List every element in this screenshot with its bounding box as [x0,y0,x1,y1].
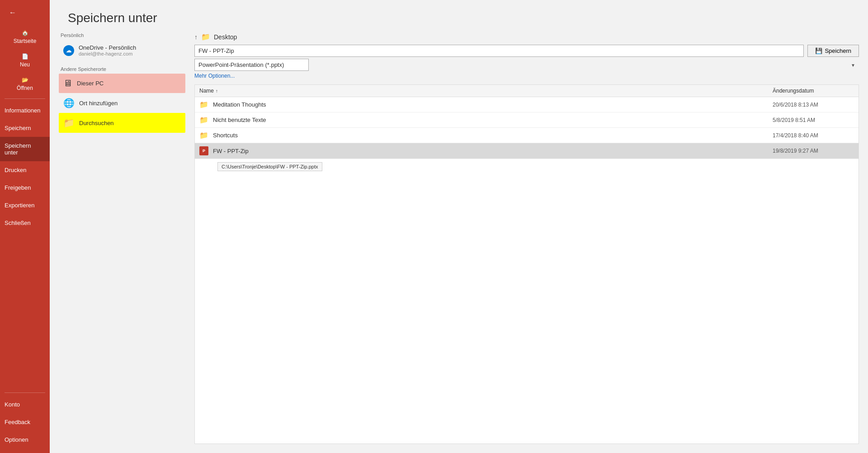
sidebar-item-speichern-unter[interactable]: Speichern unter [0,137,50,161]
breadcrumb: ↑ 📁 Desktop [194,33,859,41]
left-panel: Persönlich ☁ OneDrive - Persönlich danie… [59,33,185,444]
sidebar: ← 🏠 Startseite 📄 Neu 📂 Öffnen Informatio… [0,0,50,453]
sidebar-bottom: Konto Feedback Optionen [0,396,50,453]
folder-yellow-icon: 📁 [63,117,75,128]
sidebar-item-konto[interactable]: Konto [0,396,50,413]
back-button[interactable]: ← [4,4,22,22]
filename-input[interactable] [194,45,804,57]
table-row[interactable]: 📁 Meditation Thoughts 20/6/2018 8:13 AM [195,97,859,112]
open-icon: 📂 [22,77,28,83]
sidebar-item-startseite[interactable]: 🏠 Startseite [0,25,50,49]
personal-section-label: Persönlich [59,33,185,38]
col-date-header: Änderungsdatum [773,88,854,94]
sidebar-item-speichern[interactable]: Speichern [0,119,50,137]
folder-icon: 📁 [199,116,208,124]
breadcrumb-up-arrow[interactable]: ↑ [194,33,198,41]
location-onedrive[interactable]: ☁ OneDrive - Persönlich daniel@the-hagen… [59,40,185,61]
ort-hinzufuegen-label: Ort hinzufügen [79,100,118,107]
main-area: Speichern unter Persönlich ☁ OneDrive - … [50,0,868,453]
sidebar-item-optionen[interactable]: Optionen [0,431,50,448]
sidebar-nav: 🏠 Startseite 📄 Neu 📂 Öffnen Informatione… [0,25,50,390]
filetype-select[interactable]: PowerPoint-Präsentation (*.pptx)PowerPoi… [194,59,309,71]
new-icon: 📄 [22,53,28,60]
other-section-label: Andere Speicherorte [59,66,185,72]
save-disk-icon: 💾 [815,47,822,54]
sidebar-item-exportieren[interactable]: Exportieren [0,196,50,214]
file-date: 20/6/2018 8:13 AM [773,102,854,108]
table-row[interactable]: 📁 Shortcuts 17/4/2018 8:40 AM [195,128,859,143]
location-durchsuchen[interactable]: 📁 Durchsuchen [59,113,185,133]
content-area: Persönlich ☁ OneDrive - Persönlich danie… [50,33,868,453]
sidebar-item-drucken[interactable]: Drucken [0,161,50,179]
col-name-header[interactable]: Name ↑ [199,88,773,94]
file-date: 17/4/2018 8:40 AM [773,132,854,139]
right-panel: ↑ 📁 Desktop 💾 Speichern PowerPoint-Präse… [194,33,859,444]
file-date: 5/8/2019 8:51 AM [773,117,854,123]
table-header: Name ↑ Änderungsdatum [195,85,859,97]
table-row[interactable]: 📁 Nicht benutzte Texte 5/8/2019 8:51 AM [195,112,859,128]
file-name: FW - PPT-Zip [213,148,773,154]
sidebar-item-schliessen[interactable]: Schließen [0,214,50,232]
sidebar-item-oeffnen[interactable]: 📂 Öffnen [0,72,50,96]
location-dieser-pc[interactable]: 🖥 Dieser PC [59,74,185,93]
table-row-selected[interactable]: P FW - PPT-Zip 19/8/2019 9:27 AM C:\User… [195,143,859,159]
nav-divider [5,98,45,99]
file-name: Shortcuts [213,132,773,139]
durchsuchen-label: Durchsuchen [79,120,114,126]
sidebar-item-feedback[interactable]: Feedback [0,413,50,431]
sidebar-item-freigeben[interactable]: Freigeben [0,179,50,196]
file-path-tooltip: C:\Users\Tronje\Desktop\FW - PPT-Zip.ppt… [217,162,322,171]
back-icon: ← [9,9,16,17]
breadcrumb-path: Desktop [214,33,237,41]
pc-icon: 🖥 [63,78,72,89]
page-title: Speichern unter [50,0,868,33]
onedrive-label: OneDrive - Persönlich [79,44,136,51]
breadcrumb-folder-icon: 📁 [201,33,210,41]
dieser-pc-label: Dieser PC [77,80,104,87]
filename-row: 💾 Speichern [194,45,859,57]
pptx-icon: P [199,146,208,155]
filetype-wrapper: PowerPoint-Präsentation (*.pptx)PowerPoi… [194,59,859,71]
file-table: Name ↑ Änderungsdatum 📁 Meditation Thoug… [194,84,859,444]
save-button[interactable]: 💾 Speichern [807,45,859,57]
folder-icon: 📁 [199,100,208,109]
onedrive-sublabel: daniel@the-hagenz.com [79,51,136,56]
file-date: 19/8/2019 9:27 AM [773,148,854,154]
sidebar-item-neu[interactable]: 📄 Neu [0,49,50,72]
folder-icon: 📁 [199,131,208,140]
onedrive-icon: ☁ [63,45,74,56]
home-icon: 🏠 [22,30,28,36]
globe-icon: 🌐 [63,98,75,108]
location-ort-hinzufuegen[interactable]: 🌐 Ort hinzufügen [59,93,185,113]
file-name: Meditation Thoughts [213,101,773,108]
file-name: Nicht benutzte Texte [213,117,773,123]
more-options-link[interactable]: Mehr Optionen... [194,73,859,79]
sidebar-item-informationen[interactable]: Informationen [0,102,50,119]
filetype-row: PowerPoint-Präsentation (*.pptx)PowerPoi… [194,59,859,71]
bottom-divider [5,392,45,393]
